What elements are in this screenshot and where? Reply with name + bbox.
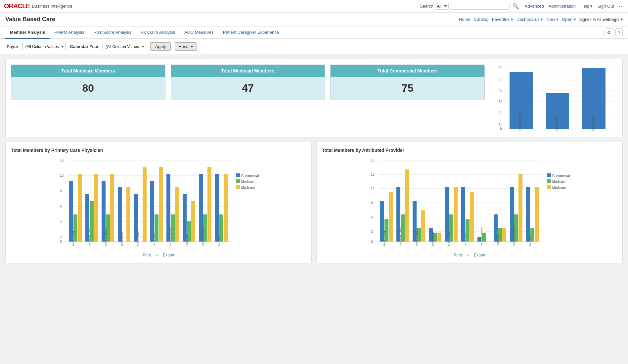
svg-text:Bryce Baker: Bryce Baker	[120, 232, 123, 246]
svg-text:6: 6	[60, 205, 62, 208]
dashboards-button[interactable]: Dashboards ▾	[516, 17, 543, 22]
svg-rect-74	[236, 179, 240, 183]
signout-link[interactable]: Sign Out	[597, 4, 614, 9]
payer-select[interactable]: (All Column Values	[22, 43, 66, 50]
svg-rect-58	[207, 167, 211, 242]
tab-aco-measures[interactable]: ACO Measures	[180, 26, 218, 39]
svg-text:Victoria Edwards: Victoria Edwards	[513, 226, 516, 246]
search-button[interactable]: 🔍	[511, 2, 520, 10]
svg-text:60: 60	[499, 66, 503, 70]
filter-bar: Payer (All Column Values Calendar Year (…	[0, 39, 628, 54]
svg-rect-72	[236, 173, 240, 177]
tab-rx-claim-analysis[interactable]: Rx Claim Analysis	[136, 26, 180, 39]
medicaid-card-value: 47	[171, 77, 325, 100]
svg-text:3: 3	[371, 230, 373, 234]
search-input[interactable]	[450, 3, 510, 10]
calendar-year-filter-label: Calendar Year	[70, 44, 98, 49]
svg-text:20: 20	[499, 111, 503, 115]
bottom-charts-row: Total Members by Primary Care Physician …	[5, 142, 623, 263]
svg-text:Nicholas Sobers: Nicholas Sobers	[480, 227, 483, 246]
svg-rect-100	[421, 210, 425, 242]
tab-icons: ⚙ ?	[605, 28, 623, 36]
tab-member-analysis[interactable]: Member Analysis	[5, 26, 50, 39]
svg-text:Adam Young: Adam Young	[72, 231, 75, 246]
advanced-link[interactable]: Advanced	[525, 4, 544, 9]
medicare-card-header: Total Medicare Members	[11, 65, 165, 77]
svg-rect-97	[405, 169, 409, 242]
tab-pmpm-analysis[interactable]: PMPM Analysis	[50, 26, 89, 39]
search-label: Search	[420, 4, 433, 9]
attributed-print-link[interactable]: Print	[454, 253, 462, 258]
pcp-print-link[interactable]: Print	[143, 253, 151, 258]
tab-patient-caregiver-experience[interactable]: Patient Caregiver Experience	[218, 26, 284, 39]
svg-rect-39	[94, 174, 98, 242]
svg-rect-131	[547, 173, 551, 177]
reset-button[interactable]: Reset ▾	[175, 42, 197, 51]
more-icon[interactable]: ⋯	[619, 3, 624, 9]
svg-rect-135	[547, 185, 551, 189]
pcp-export-link[interactable]: Export	[163, 253, 174, 258]
svg-rect-133	[547, 179, 551, 183]
open-button[interactable]: Open ▾	[562, 17, 576, 22]
attributed-chart-footer: Print - Export	[322, 253, 617, 258]
svg-text:Commercial: Commercial	[552, 174, 570, 178]
new-button[interactable]: New ▾	[547, 17, 559, 22]
svg-text:0: 0	[500, 127, 502, 131]
svg-text:30: 30	[499, 100, 503, 104]
svg-text:Debbie Taylor: Debbie Taylor	[448, 230, 451, 246]
attributed-bar-chart: 18 15 12 9 6 3 0	[322, 157, 617, 250]
svg-rect-44	[126, 187, 130, 242]
svg-text:Alexander Taylor: Alexander Taylor	[399, 226, 402, 246]
attributed-export-link[interactable]: Export	[474, 253, 485, 258]
administration-link[interactable]: Administration	[549, 4, 576, 9]
commercial-card-value: 75	[331, 77, 484, 100]
attributed-chart-title: Total Members by Attributed Provider	[322, 148, 617, 153]
svg-text:Ryan Lee: Ryan Lee	[185, 235, 188, 246]
home-button[interactable]: Home	[459, 17, 471, 22]
svg-rect-106	[454, 187, 458, 242]
svg-text:Debbie Taylor: Debbie Taylor	[137, 230, 140, 246]
search-select[interactable]: All	[435, 3, 449, 10]
pcp-bar-chart: 12 10 8 6 4 2 0	[11, 157, 306, 250]
settings-icon-button[interactable]: ⚙	[605, 28, 613, 36]
help-icon-button[interactable]: ?	[615, 28, 623, 36]
app-title: Value Based Care	[5, 16, 459, 23]
summary-bar-chart: 60 50 40 30 20 10 0	[491, 65, 617, 131]
tab-risk-score-analysis[interactable]: Risk Score Analysis	[89, 26, 136, 39]
pcp-chart-title: Total Members by Primary Care Physician	[11, 148, 306, 153]
help-dropdown[interactable]: Help ▾	[580, 4, 593, 9]
svg-text:Medicare: Medicare	[552, 186, 566, 190]
pcp-chart-panel: Total Members by Primary Care Physician …	[5, 142, 312, 263]
favorites-button[interactable]: Favorites ▾	[492, 17, 513, 22]
title-bar: Value Based Care Home Catalog Favorites …	[0, 13, 628, 26]
svg-text:Nicholas Sobers: Nicholas Sobers	[169, 227, 172, 246]
svg-text:4: 4	[60, 220, 62, 224]
svg-text:0: 0	[371, 240, 373, 244]
svg-text:Bryce Anderson: Bryce Anderson	[415, 228, 418, 246]
top-navigation: ORACLE Business Intelligence Search All …	[0, 0, 628, 13]
commercial-card-header: Total Commercial Members	[331, 65, 484, 77]
svg-text:2: 2	[60, 235, 62, 239]
svg-rect-118	[526, 187, 530, 242]
search-area: Search All 🔍	[420, 2, 520, 10]
pcp-chart-footer: Print - Export	[11, 253, 306, 258]
bi-text: Business Intelligence	[32, 4, 72, 9]
calendar-year-select[interactable]: (All Column Values	[103, 43, 146, 50]
medicare-card-value: 80	[11, 77, 165, 100]
svg-text:40: 40	[499, 89, 503, 92]
member-cards: Total Medicare Members 80 Total Medicaid…	[11, 65, 485, 100]
oracle-text: ORACLE	[4, 2, 30, 10]
svg-text:9: 9	[371, 201, 373, 205]
svg-text:Victoria Edwards: Victoria Edwards	[202, 226, 204, 246]
apply-button[interactable]: Apply	[150, 42, 171, 51]
svg-rect-46	[143, 167, 147, 242]
pcp-chart-area: 12 10 8 6 4 2 0	[11, 157, 306, 250]
catalog-button[interactable]: Catalog	[474, 17, 489, 22]
oracle-logo: ORACLE Business Intelligence	[4, 2, 72, 10]
svg-text:18: 18	[371, 159, 375, 162]
signed-in-label: Signed In As weblogic ▾	[579, 17, 623, 22]
svg-text:Zoe Scott: Zoe Scott	[218, 235, 221, 246]
svg-text:COMMERCIAL: COMMERCIAL	[518, 111, 522, 131]
summary-chart: 60 50 40 30 20 10 0	[491, 65, 617, 132]
attributed-chart-panel: Total Members by Attributed Provider 18 …	[316, 142, 623, 263]
